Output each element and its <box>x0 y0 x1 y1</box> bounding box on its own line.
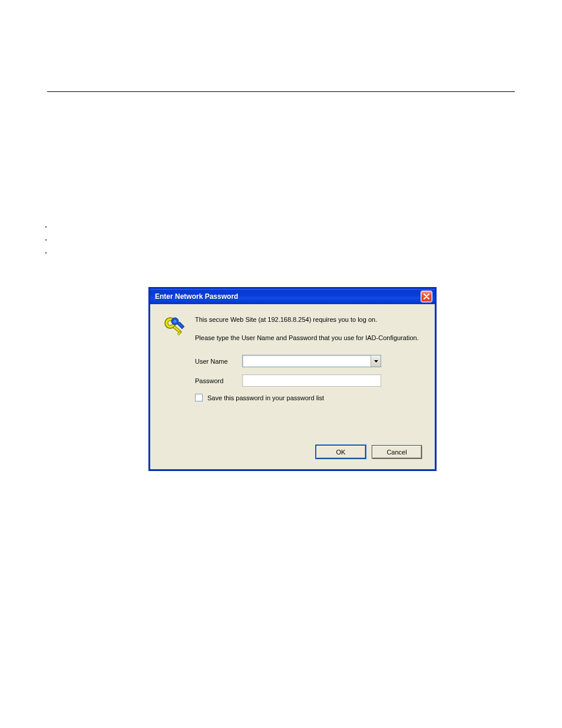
svg-point-5 <box>174 320 177 323</box>
cancel-button[interactable]: Cancel <box>372 445 422 459</box>
cancel-button-label: Cancel <box>386 449 406 456</box>
button-row: OK Cancel <box>316 445 422 459</box>
save-password-row: Save this password in your password list <box>195 394 424 401</box>
titlebar: Enter Network Password <box>150 289 435 304</box>
divider-line <box>47 91 515 92</box>
username-combo[interactable] <box>242 355 381 367</box>
ok-button-label: OK <box>336 449 346 456</box>
save-password-checkbox[interactable] <box>195 394 203 401</box>
dialog-content: This secure Web Site (at 192.168.8.254) … <box>195 316 424 401</box>
dialog-body: This secure Web Site (at 192.168.8.254) … <box>150 304 435 469</box>
username-label: User Name <box>195 358 242 365</box>
chevron-down-icon <box>374 360 378 363</box>
password-row: Password <box>195 374 424 387</box>
close-icon <box>424 292 429 301</box>
message-secondary: Please type the User Name and Password t… <box>195 334 424 342</box>
username-dropdown-button[interactable] <box>371 355 381 367</box>
save-password-label: Save this password in your password list <box>207 394 324 401</box>
password-input[interactable] <box>242 374 381 387</box>
username-row: User Name <box>195 355 424 367</box>
ok-button[interactable]: OK <box>316 445 366 459</box>
close-button[interactable] <box>421 291 432 302</box>
username-input[interactable] <box>242 355 381 367</box>
key-icon <box>162 315 186 338</box>
dialog-title: Enter Network Password <box>155 292 238 301</box>
password-label: Password <box>195 377 242 384</box>
message-primary: This secure Web Site (at 192.168.8.254) … <box>195 316 424 323</box>
password-dialog: Enter Network Password This secure Web S… <box>149 288 436 470</box>
